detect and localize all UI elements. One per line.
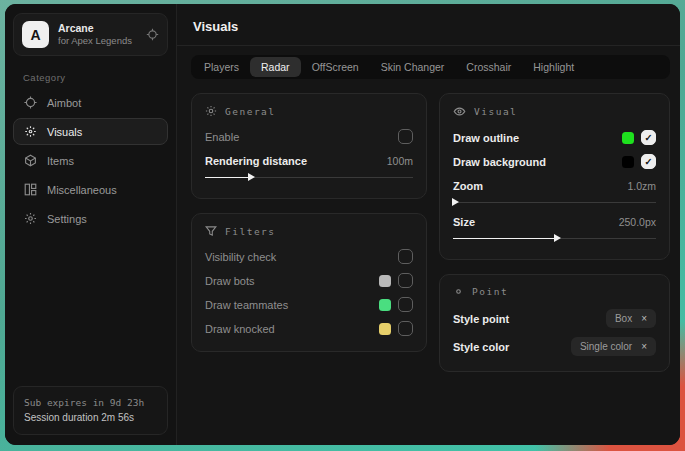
draw-teammates-label: Draw teammates	[205, 299, 288, 311]
tab-bar: Players Radar OffScreen Skin Changer Cro…	[191, 55, 670, 79]
style-point-tag[interactable]: Box ×	[606, 309, 656, 328]
tab-offscreen[interactable]: OffScreen	[301, 57, 370, 77]
funnel-icon	[205, 225, 217, 237]
close-icon[interactable]: ×	[641, 314, 647, 324]
zoom-row: Zoom 1.0zm	[453, 175, 656, 196]
panel-visual: Visual Draw outline ✓ Draw background	[439, 93, 670, 260]
panel-general: General Enable Rendering distance 100m	[191, 93, 427, 199]
main-header: Visuals	[177, 4, 680, 46]
tab-crosshair[interactable]: Crosshair	[455, 57, 522, 77]
close-icon[interactable]: ×	[641, 342, 647, 352]
check-icon: ✓	[645, 132, 653, 143]
sun-icon	[205, 105, 217, 117]
rendering-distance-value: 100m	[387, 155, 413, 167]
target-icon[interactable]	[146, 28, 159, 41]
draw-teammates-color-swatch[interactable]	[379, 299, 391, 311]
style-color-row: Style color Single color ×	[453, 334, 656, 359]
app-name: Arcane	[58, 22, 137, 35]
draw-background-color-swatch[interactable]	[622, 156, 634, 168]
size-slider[interactable]	[453, 233, 656, 243]
size-value: 250.0px	[619, 216, 656, 228]
style-point-row: Style point Box ×	[453, 306, 656, 331]
zoom-label: Zoom	[453, 180, 483, 192]
draw-knocked-row: Draw knocked	[205, 318, 413, 339]
dot-icon	[453, 286, 464, 297]
slider-thumb[interactable]	[554, 234, 561, 242]
sidebar: A Arcane for Apex Legends Category Aimbo…	[5, 4, 177, 445]
draw-knocked-checkbox[interactable]	[398, 321, 413, 336]
slider-thumb[interactable]	[452, 198, 459, 206]
session-duration-text: Session duration 2m 56s	[24, 410, 157, 426]
draw-outline-row: Draw outline ✓	[453, 127, 656, 148]
draw-outline-label: Draw outline	[453, 132, 519, 144]
draw-background-row: Draw background ✓	[453, 151, 656, 172]
visibility-check-label: Visibility check	[205, 251, 276, 263]
zoom-value: 1.0zm	[627, 180, 656, 192]
rendering-distance-slider[interactable]	[205, 172, 413, 182]
enable-label: Enable	[205, 131, 239, 143]
zoom-slider[interactable]	[453, 197, 656, 207]
page-title: Visuals	[193, 19, 668, 34]
layout-icon	[23, 183, 37, 196]
main-area: Visuals Players Radar OffScreen Skin Cha…	[177, 4, 680, 445]
sidebar-item-label: Settings	[47, 213, 87, 225]
draw-knocked-label: Draw knocked	[205, 323, 275, 335]
draw-outline-checkbox[interactable]: ✓	[641, 130, 656, 145]
draw-bots-label: Draw bots	[205, 275, 255, 287]
sidebar-item-visuals[interactable]: Visuals	[13, 118, 168, 145]
sidebar-item-label: Visuals	[47, 126, 82, 138]
sub-expiry-text: Sub expires in 9d 23h	[24, 395, 157, 410]
draw-background-label: Draw background	[453, 156, 546, 168]
rendering-distance-label: Rendering distance	[205, 155, 307, 167]
radar-icon	[23, 125, 37, 138]
enable-checkbox[interactable]	[398, 129, 413, 144]
app-header-card: A Arcane for Apex Legends	[13, 13, 168, 56]
size-label: Size	[453, 216, 475, 228]
sidebar-item-settings[interactable]: Settings	[13, 205, 168, 232]
draw-outline-color-swatch[interactable]	[622, 132, 634, 144]
crosshair-icon	[23, 96, 37, 109]
draw-bots-row: Draw bots	[205, 270, 413, 291]
sidebar-item-label: Items	[47, 155, 74, 167]
panel-title: Point	[472, 286, 508, 297]
draw-bots-color-swatch[interactable]	[379, 275, 391, 287]
panel-title: Visual	[474, 106, 517, 117]
visibility-check-row: Visibility check	[205, 246, 413, 267]
draw-background-checkbox[interactable]: ✓	[641, 154, 656, 169]
category-label: Category	[23, 72, 176, 83]
app-subtitle: for Apex Legends	[58, 35, 137, 47]
draw-knocked-color-swatch[interactable]	[379, 323, 391, 335]
slider-thumb[interactable]	[248, 173, 255, 181]
tab-skin-changer[interactable]: Skin Changer	[370, 57, 456, 77]
app-logo: A	[22, 21, 49, 48]
size-row: Size 250.0px	[453, 211, 656, 232]
tag-label: Single color	[580, 341, 632, 352]
box-icon	[23, 154, 37, 167]
style-color-tag[interactable]: Single color ×	[571, 337, 656, 356]
draw-bots-checkbox[interactable]	[398, 273, 413, 288]
style-color-label: Style color	[453, 341, 509, 353]
tab-highlight[interactable]: Highlight	[522, 57, 585, 77]
sidebar-item-aimbot[interactable]: Aimbot	[13, 89, 168, 116]
panel-title: General	[225, 106, 276, 117]
app-window: A Arcane for Apex Legends Category Aimbo…	[5, 4, 680, 445]
tab-players[interactable]: Players	[193, 57, 250, 77]
sidebar-item-miscellaneous[interactable]: Miscellaneous	[13, 176, 168, 203]
eye-icon	[453, 105, 466, 118]
tab-radar[interactable]: Radar	[250, 57, 301, 77]
sidebar-item-label: Miscellaneous	[47, 184, 117, 196]
panel-filters: Filters Visibility check Draw bots	[191, 213, 427, 352]
subscription-card: Sub expires in 9d 23h Session duration 2…	[13, 386, 168, 435]
visibility-check-checkbox[interactable]	[398, 249, 413, 264]
sidebar-item-label: Aimbot	[47, 97, 81, 109]
gear-icon	[23, 212, 37, 225]
sidebar-nav: Aimbot Visuals Items	[5, 89, 176, 232]
panel-title: Filters	[225, 226, 276, 237]
sidebar-item-items[interactable]: Items	[13, 147, 168, 174]
panel-point: Point Style point Box × Style color Sing…	[439, 274, 670, 372]
enable-row: Enable	[205, 126, 413, 147]
check-icon: ✓	[645, 156, 653, 167]
rendering-distance-row: Rendering distance 100m	[205, 150, 413, 171]
draw-teammates-row: Draw teammates	[205, 294, 413, 315]
draw-teammates-checkbox[interactable]	[398, 297, 413, 312]
